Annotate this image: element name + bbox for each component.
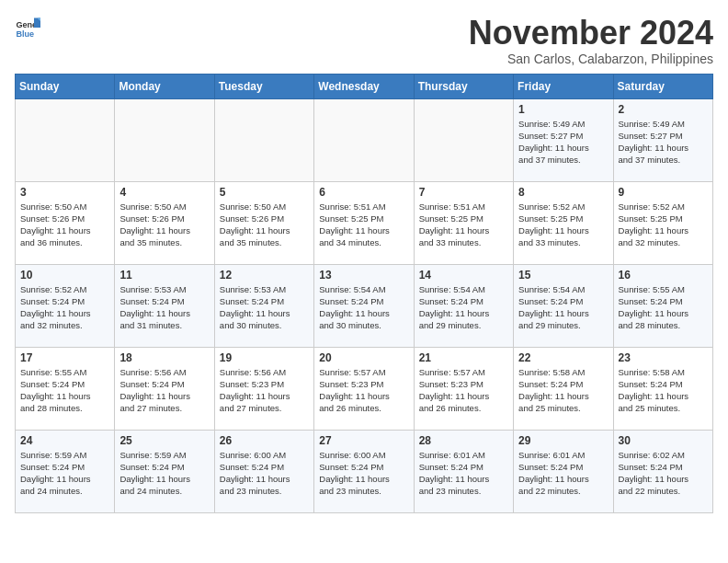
month-title: November 2024 <box>469 15 713 52</box>
day-number: 29 <box>518 434 608 447</box>
day-info: Sunrise: 5:49 AMSunset: 5:27 PMDaylight:… <box>619 118 708 167</box>
calendar-cell: 24Sunrise: 5:59 AMSunset: 5:24 PMDayligh… <box>16 430 115 512</box>
day-number: 24 <box>20 434 109 447</box>
day-number: 3 <box>20 186 109 199</box>
day-info: Sunrise: 5:52 AMSunset: 5:24 PMDaylight:… <box>20 283 109 332</box>
day-info: Sunrise: 5:54 AMSunset: 5:24 PMDaylight:… <box>319 283 408 332</box>
day-number: 12 <box>220 269 309 282</box>
calendar-cell: 19Sunrise: 5:56 AMSunset: 5:23 PMDayligh… <box>214 347 313 430</box>
day-info: Sunrise: 5:50 AMSunset: 5:26 PMDaylight:… <box>119 201 209 249</box>
day-number: 25 <box>119 434 209 447</box>
weekday-header-tuesday: Tuesday <box>214 74 313 98</box>
weekday-header-thursday: Thursday <box>414 74 513 98</box>
calendar-cell: 12Sunrise: 5:53 AMSunset: 5:24 PMDayligh… <box>214 264 313 347</box>
day-info: Sunrise: 6:01 AMSunset: 5:24 PMDaylight:… <box>419 449 508 498</box>
day-info: Sunrise: 6:02 AMSunset: 5:24 PMDaylight:… <box>619 449 708 498</box>
day-number: 2 <box>619 103 708 116</box>
day-number: 1 <box>518 103 608 116</box>
calendar-cell: 14Sunrise: 5:54 AMSunset: 5:24 PMDayligh… <box>414 264 513 347</box>
title-area: November 2024 San Carlos, Calabarzon, Ph… <box>469 15 713 66</box>
logo: General Blue <box>15 15 44 40</box>
calendar-cell: 11Sunrise: 5:53 AMSunset: 5:24 PMDayligh… <box>115 264 214 347</box>
day-info: Sunrise: 5:51 AMSunset: 5:25 PMDaylight:… <box>319 201 408 249</box>
location: San Carlos, Calabarzon, Philippines <box>469 52 713 66</box>
calendar-week-3: 17Sunrise: 5:55 AMSunset: 5:24 PMDayligh… <box>16 347 713 430</box>
day-info: Sunrise: 5:58 AMSunset: 5:24 PMDaylight:… <box>518 366 608 415</box>
calendar-cell <box>414 98 513 181</box>
day-number: 22 <box>518 351 608 364</box>
day-number: 13 <box>319 269 408 282</box>
day-info: Sunrise: 5:52 AMSunset: 5:25 PMDaylight:… <box>518 201 608 249</box>
calendar-cell: 26Sunrise: 6:00 AMSunset: 5:24 PMDayligh… <box>214 430 313 512</box>
day-info: Sunrise: 5:53 AMSunset: 5:24 PMDaylight:… <box>220 283 309 332</box>
calendar-cell: 6Sunrise: 5:51 AMSunset: 5:25 PMDaylight… <box>314 181 414 264</box>
weekday-header-friday: Friday <box>514 74 613 98</box>
day-number: 17 <box>20 351 109 364</box>
day-info: Sunrise: 5:53 AMSunset: 5:24 PMDaylight:… <box>119 283 209 332</box>
calendar-cell: 9Sunrise: 5:52 AMSunset: 5:25 PMDaylight… <box>613 181 712 264</box>
day-number: 20 <box>319 351 408 364</box>
day-number: 30 <box>619 434 708 447</box>
calendar-week-4: 24Sunrise: 5:59 AMSunset: 5:24 PMDayligh… <box>16 430 713 512</box>
day-number: 4 <box>119 186 209 199</box>
weekday-header-wednesday: Wednesday <box>314 74 414 98</box>
day-number: 7 <box>419 186 508 199</box>
day-info: Sunrise: 5:56 AMSunset: 5:24 PMDaylight:… <box>119 366 209 415</box>
calendar-cell: 21Sunrise: 5:57 AMSunset: 5:23 PMDayligh… <box>414 347 513 430</box>
page-header: General Blue November 2024 San Carlos, C… <box>15 15 713 66</box>
day-info: Sunrise: 6:01 AMSunset: 5:24 PMDaylight:… <box>518 449 608 498</box>
day-info: Sunrise: 6:00 AMSunset: 5:24 PMDaylight:… <box>319 449 408 498</box>
day-info: Sunrise: 5:58 AMSunset: 5:24 PMDaylight:… <box>619 366 708 415</box>
day-number: 16 <box>619 269 708 282</box>
calendar-table: SundayMondayTuesdayWednesdayThursdayFrid… <box>15 74 713 513</box>
calendar-cell: 25Sunrise: 5:59 AMSunset: 5:24 PMDayligh… <box>115 430 214 512</box>
day-info: Sunrise: 5:55 AMSunset: 5:24 PMDaylight:… <box>20 366 109 415</box>
calendar-cell: 29Sunrise: 6:01 AMSunset: 5:24 PMDayligh… <box>514 430 613 512</box>
calendar-week-0: 1Sunrise: 5:49 AMSunset: 5:27 PMDaylight… <box>16 98 713 181</box>
day-info: Sunrise: 5:51 AMSunset: 5:25 PMDaylight:… <box>419 201 508 249</box>
day-number: 6 <box>319 186 408 199</box>
calendar-cell <box>314 98 414 181</box>
calendar-cell <box>16 98 115 181</box>
calendar-cell: 2Sunrise: 5:49 AMSunset: 5:27 PMDaylight… <box>613 98 712 181</box>
day-number: 28 <box>419 434 508 447</box>
day-info: Sunrise: 5:52 AMSunset: 5:25 PMDaylight:… <box>619 201 708 249</box>
calendar-cell: 4Sunrise: 5:50 AMSunset: 5:26 PMDaylight… <box>115 181 214 264</box>
day-number: 27 <box>319 434 408 447</box>
day-number: 14 <box>419 269 508 282</box>
calendar-cell: 8Sunrise: 5:52 AMSunset: 5:25 PMDaylight… <box>514 181 613 264</box>
calendar-cell: 22Sunrise: 5:58 AMSunset: 5:24 PMDayligh… <box>514 347 613 430</box>
calendar-cell: 23Sunrise: 5:58 AMSunset: 5:24 PMDayligh… <box>613 347 712 430</box>
day-number: 23 <box>619 351 708 364</box>
calendar-cell: 20Sunrise: 5:57 AMSunset: 5:23 PMDayligh… <box>314 347 414 430</box>
calendar-cell: 27Sunrise: 6:00 AMSunset: 5:24 PMDayligh… <box>314 430 414 512</box>
calendar-cell: 3Sunrise: 5:50 AMSunset: 5:26 PMDaylight… <box>16 181 115 264</box>
calendar-cell: 10Sunrise: 5:52 AMSunset: 5:24 PMDayligh… <box>16 264 115 347</box>
weekday-header-saturday: Saturday <box>613 74 712 98</box>
day-info: Sunrise: 5:59 AMSunset: 5:24 PMDaylight:… <box>20 449 109 498</box>
calendar-cell: 16Sunrise: 5:55 AMSunset: 5:24 PMDayligh… <box>613 264 712 347</box>
calendar-cell: 17Sunrise: 5:55 AMSunset: 5:24 PMDayligh… <box>16 347 115 430</box>
calendar-cell <box>214 98 313 181</box>
svg-text:Blue: Blue <box>16 29 34 39</box>
calendar-week-2: 10Sunrise: 5:52 AMSunset: 5:24 PMDayligh… <box>16 264 713 347</box>
day-number: 15 <box>518 269 608 282</box>
day-info: Sunrise: 5:54 AMSunset: 5:24 PMDaylight:… <box>419 283 508 332</box>
day-info: Sunrise: 5:54 AMSunset: 5:24 PMDaylight:… <box>518 283 608 332</box>
calendar-cell: 18Sunrise: 5:56 AMSunset: 5:24 PMDayligh… <box>115 347 214 430</box>
calendar-cell: 1Sunrise: 5:49 AMSunset: 5:27 PMDaylight… <box>514 98 613 181</box>
day-info: Sunrise: 5:59 AMSunset: 5:24 PMDaylight:… <box>119 449 209 498</box>
day-number: 21 <box>419 351 508 364</box>
day-number: 18 <box>119 351 209 364</box>
calendar-cell <box>115 98 214 181</box>
day-info: Sunrise: 5:50 AMSunset: 5:26 PMDaylight:… <box>220 201 309 249</box>
day-info: Sunrise: 5:56 AMSunset: 5:23 PMDaylight:… <box>220 366 309 415</box>
day-info: Sunrise: 6:00 AMSunset: 5:24 PMDaylight:… <box>220 449 309 498</box>
weekday-header-sunday: Sunday <box>16 74 115 98</box>
day-number: 10 <box>20 269 109 282</box>
day-info: Sunrise: 5:55 AMSunset: 5:24 PMDaylight:… <box>619 283 708 332</box>
weekday-header-row: SundayMondayTuesdayWednesdayThursdayFrid… <box>16 74 713 98</box>
day-number: 19 <box>220 351 309 364</box>
weekday-header-monday: Monday <box>115 74 214 98</box>
calendar-cell: 28Sunrise: 6:01 AMSunset: 5:24 PMDayligh… <box>414 430 513 512</box>
